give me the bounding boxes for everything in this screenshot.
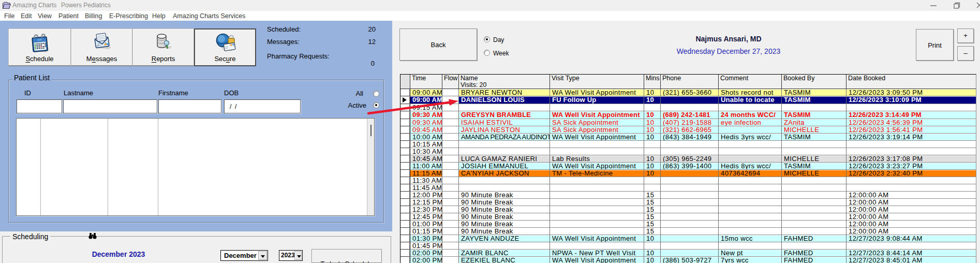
svg-text:SUN: SUN [37, 38, 41, 41]
